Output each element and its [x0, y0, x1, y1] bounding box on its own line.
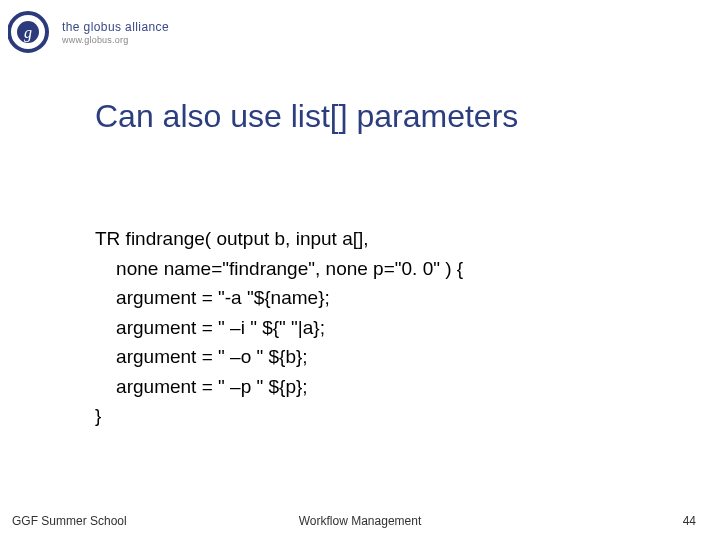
- footer-center: Workflow Management: [299, 514, 422, 528]
- globus-logo-icon: g: [8, 8, 56, 56]
- footer-left: GGF Summer School: [12, 514, 127, 528]
- code-line: argument = "-a "${name};: [95, 287, 330, 308]
- code-line: argument = " –i " ${" "|a};: [95, 317, 325, 338]
- logo-url-text: www.globus.org: [62, 35, 169, 45]
- code-line: TR findrange( output b, input a[],: [95, 228, 369, 249]
- code-line: none name="findrange", none p="0. 0" ) {: [95, 258, 463, 279]
- slide-number: 44: [683, 514, 696, 528]
- code-line: argument = " –p " ${p};: [95, 376, 308, 397]
- code-line: argument = " –o " ${b};: [95, 346, 308, 367]
- code-line: }: [95, 405, 101, 426]
- logo-org-text: the globus alliance: [62, 20, 169, 34]
- page-title: Can also use list[] parameters: [95, 98, 518, 135]
- code-block: TR findrange( output b, input a[], none …: [95, 195, 463, 431]
- svg-text:g: g: [24, 24, 32, 42]
- footer: GGF Summer School Workflow Management 44: [0, 514, 720, 528]
- logo: g the globus alliance www.globus.org: [8, 8, 169, 56]
